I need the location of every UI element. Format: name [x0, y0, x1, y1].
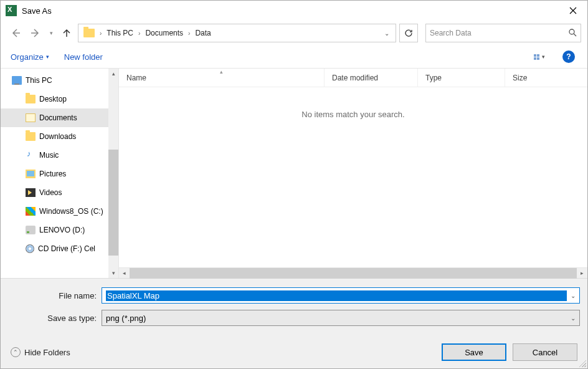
tree-item-label: This PC	[26, 76, 52, 85]
breadcrumb-documents[interactable]: Documents	[143, 27, 186, 39]
column-date-label: Date modified	[332, 74, 378, 82]
file-list-pane: Name ▴ Date modified Type Size No items …	[119, 69, 587, 278]
address-bar[interactable]: › This PC › Documents › Data ⌄	[78, 24, 396, 42]
body: This PCDesktopDocumentsDownloadsMusicPic…	[1, 69, 587, 278]
scroll-left-arrow[interactable]: ◂	[119, 268, 130, 279]
chevron-down-icon: ▾	[542, 54, 545, 60]
hdd-icon	[26, 226, 36, 234]
resize-grip[interactable]	[579, 360, 586, 367]
win-icon	[26, 207, 36, 216]
tree-item-cd-drive-f-cel[interactable]: CD Drive (F:) Cel	[1, 239, 118, 258]
navigation-tree[interactable]: This PCDesktopDocumentsDownloadsMusicPic…	[1, 69, 119, 278]
tree-item-label: CD Drive (F:) Cel	[38, 244, 95, 253]
tree-item-label: Windows8_OS (C:)	[39, 207, 103, 216]
hide-folders-button[interactable]: ⌃ Hide Folders	[11, 347, 70, 357]
filename-row: File name: SpatialXL Map ⌄	[8, 287, 580, 304]
cancel-label: Cancel	[533, 348, 557, 357]
recent-dropdown[interactable]: ▾	[47, 24, 55, 42]
arrow-right-icon	[30, 27, 41, 39]
close-button[interactable]	[559, 1, 587, 21]
tree-item-label: Pictures	[39, 170, 66, 178]
navigation-row: ▾ › This PC › Documents › Data ⌄ Search …	[1, 21, 587, 46]
tree-item-desktop[interactable]: Desktop	[1, 90, 118, 108]
folder-icon	[26, 132, 36, 141]
filename-input[interactable]: SpatialXL Map ⌄	[102, 287, 580, 304]
tree-scroll-thumb[interactable]	[108, 150, 118, 256]
pic-icon	[26, 170, 36, 178]
tree-item-lenovo-d[interactable]: LENOVO (D:)	[1, 221, 118, 239]
excel-icon	[6, 5, 17, 16]
save-label: Save	[465, 348, 483, 357]
search-placeholder: Search Data	[430, 29, 568, 37]
scroll-right-arrow[interactable]: ▸	[577, 268, 587, 279]
save-as-dialog: Save As ▾ › This PC › Documents › Data ⌄	[0, 0, 588, 369]
window-title: Save As	[22, 6, 52, 16]
breadcrumb-data[interactable]: Data	[192, 27, 213, 39]
doc-icon	[26, 113, 36, 122]
save-button[interactable]: Save	[442, 343, 506, 361]
chevron-down-icon[interactable]: ⌄	[567, 315, 576, 322]
horizontal-scrollbar[interactable]: ◂ ▸	[119, 267, 587, 278]
folder-icon	[83, 29, 95, 37]
close-icon	[569, 7, 577, 14]
empty-message: No items match your search.	[301, 110, 404, 119]
chevron-right-icon: ›	[137, 30, 141, 37]
hscroll-thumb[interactable]	[130, 268, 577, 279]
new-folder-button[interactable]: New folder	[64, 52, 103, 62]
tree-item-windows8-os-c[interactable]: Windows8_OS (C:)	[1, 202, 118, 221]
savetype-value: png (*.png)	[106, 314, 567, 323]
tree-item-music[interactable]: Music	[1, 146, 118, 165]
new-folder-label: New folder	[64, 52, 103, 62]
savetype-row: Save as type: png (*.png) ⌄	[8, 310, 580, 326]
chevron-down-icon[interactable]: ⌄	[567, 292, 576, 299]
back-button[interactable]	[7, 24, 24, 42]
filename-label: File name:	[8, 291, 102, 300]
organize-menu[interactable]: Organize ▾	[11, 52, 49, 62]
scroll-up-arrow[interactable]: ▴	[108, 69, 118, 79]
tree-item-videos[interactable]: Videos	[1, 183, 118, 202]
arrow-up-icon	[61, 27, 72, 39]
bottom-panel: File name: SpatialXL Map ⌄ Save as type:…	[1, 278, 587, 368]
tree-item-label: LENOVO (D:)	[39, 226, 85, 234]
column-name-label: Name	[126, 74, 146, 82]
chevron-down-icon: ▾	[46, 54, 49, 60]
savetype-select[interactable]: png (*.png) ⌄	[102, 310, 580, 326]
organize-label: Organize	[11, 52, 44, 62]
tree-item-label: Desktop	[39, 95, 67, 103]
refresh-button[interactable]	[399, 24, 418, 42]
file-list[interactable]: No items match your search.	[119, 87, 587, 267]
address-dropdown[interactable]: ⌄	[381, 30, 393, 37]
button-row: ⌃ Hide Folders Save Cancel	[8, 332, 580, 362]
tree-item-downloads[interactable]: Downloads	[1, 127, 118, 146]
column-type[interactable]: Type	[418, 69, 505, 87]
tree-item-label: Documents	[39, 113, 77, 122]
breadcrumb-this-pc[interactable]: This PC	[104, 27, 136, 39]
scroll-down-arrow[interactable]: ▾	[108, 268, 118, 278]
search-icon	[568, 28, 577, 39]
column-date[interactable]: Date modified	[325, 69, 418, 87]
tree-item-label: Music	[39, 151, 59, 160]
help-icon: ?	[562, 50, 575, 63]
tree-item-this-pc[interactable]: This PC	[1, 71, 118, 90]
help-button[interactable]: ?	[560, 48, 577, 65]
column-name[interactable]: Name ▴	[119, 69, 325, 87]
cancel-button[interactable]: Cancel	[513, 343, 577, 361]
collapse-icon: ⌃	[11, 347, 21, 357]
toolbar: Organize ▾ New folder ▾ ?	[1, 46, 587, 68]
arrow-left-icon	[10, 27, 21, 39]
tree-item-pictures[interactable]: Pictures	[1, 165, 118, 183]
filename-value: SpatialXL Map	[106, 290, 567, 301]
refresh-icon	[404, 29, 413, 37]
hide-folders-label: Hide Folders	[24, 348, 70, 357]
cd-icon	[26, 244, 34, 253]
up-button[interactable]	[58, 24, 75, 42]
chevron-down-icon: ▾	[50, 30, 53, 36]
search-input[interactable]: Search Data	[425, 24, 581, 42]
tree-item-documents[interactable]: Documents	[1, 108, 118, 127]
forward-button[interactable]	[27, 24, 44, 42]
column-size-label: Size	[513, 74, 527, 82]
svg-point-0	[569, 29, 574, 34]
chevron-right-icon: ›	[187, 30, 191, 37]
view-mode-button[interactable]: ▾	[534, 54, 545, 60]
column-size[interactable]: Size	[505, 69, 587, 87]
